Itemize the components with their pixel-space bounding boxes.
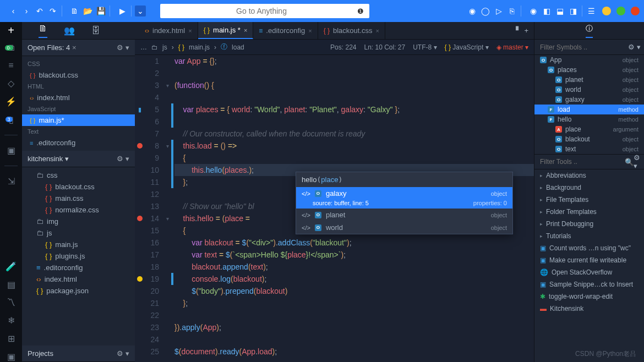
folder-item[interactable]: 🗀css: [22, 169, 135, 181]
rail-testtube-icon[interactable]: 🧪: [6, 261, 17, 272]
goto-anything-input[interactable]: [166, 7, 357, 15]
bookmark-icon[interactable]: ▮: [138, 106, 141, 113]
breadcrumb-segment[interactable]: main.js: [189, 43, 210, 51]
ellipsis-icon[interactable]: …: [140, 43, 147, 51]
open-file-item[interactable]: { }blackout.css: [22, 69, 135, 81]
files-tab-icon[interactable]: 🗎: [39, 24, 47, 38]
encoding-picker[interactable]: UTF-8 ▾: [413, 43, 436, 51]
code-line[interactable]: [174, 116, 534, 128]
tool-category[interactable]: ▸Folder Templates: [534, 206, 644, 218]
window-close-button[interactable]: [631, 7, 640, 15]
new-tab-button[interactable]: +: [0, 22, 22, 39]
gear-icon[interactable]: ⚙ ▾: [628, 43, 641, 51]
open-file-button[interactable]: 📂: [82, 6, 93, 17]
goto-anything-bar[interactable]: ❶: [160, 4, 369, 18]
symbol-item[interactable]: Fhellomethod: [534, 114, 644, 124]
editor-tab[interactable]: { }main.js *×: [198, 22, 254, 39]
tool-category[interactable]: ▸Abbreviations: [534, 169, 644, 182]
code-line[interactable]: // Our constructor, called when the docu…: [174, 128, 534, 140]
file-item[interactable]: { }normalize.css: [22, 204, 135, 216]
code-line[interactable]: [174, 67, 534, 79]
editor-tab[interactable]: { }blackout.css×: [318, 22, 385, 39]
gear-icon[interactable]: ⚙ ▾: [117, 155, 129, 163]
collab-tab-icon[interactable]: 👥: [64, 25, 75, 36]
code-line[interactable]: var blackout = $("<div>").addClass("blac…: [174, 237, 534, 249]
record-macro-button[interactable]: ◉: [467, 6, 478, 17]
close-icon[interactable]: ×: [244, 27, 247, 34]
file-item[interactable]: { }main.js: [22, 239, 135, 250]
menu-button[interactable]: ☰: [586, 6, 597, 17]
rail-vcs-icon[interactable]: ⧉0·: [8, 43, 14, 53]
language-picker[interactable]: { } JavaScript ▾: [445, 43, 489, 51]
symbol-item[interactable]: Oplacesobject: [534, 65, 644, 75]
rail-list-icon[interactable]: ≡: [8, 61, 13, 70]
symbol-item[interactable]: Oblackoutobject: [534, 134, 644, 144]
tool-category[interactable]: ▸File Templates: [534, 194, 644, 206]
folder-item[interactable]: 🗀img: [22, 216, 135, 227]
branch-picker[interactable]: ◈ master ▾: [496, 43, 528, 51]
open-file-item[interactable]: { }main.js*: [22, 114, 135, 126]
rail-share-icon[interactable]: ⇲: [8, 176, 15, 187]
tool-category[interactable]: ▸Tutorials: [534, 230, 644, 242]
code-line[interactable]: [174, 333, 534, 345]
stop-macro-button[interactable]: ◯: [480, 6, 491, 17]
symbol-item[interactable]: Ogalaxyobject: [534, 95, 644, 105]
layout-bottom-button[interactable]: ⬓: [554, 6, 565, 17]
rail-trend-icon[interactable]: 〽: [7, 298, 15, 308]
rail-flash-icon[interactable]: ⚡: [6, 96, 17, 107]
file-item[interactable]: { }plugins.js: [22, 250, 135, 262]
symbol-item[interactable]: OAppobject: [534, 55, 644, 65]
tool-item[interactable]: ▣Make current file writeable: [534, 254, 644, 266]
symbol-item[interactable]: Otextobject: [534, 144, 644, 154]
search-icon[interactable]: 🔍: [625, 158, 634, 166]
rail-markers-icon[interactable]: ◇: [8, 78, 14, 89]
close-icon[interactable]: ×: [72, 43, 77, 52]
tools-filter-input[interactable]: [538, 158, 625, 166]
layout-left-button[interactable]: ◧: [541, 6, 552, 17]
rail-terminal-icon[interactable]: ▣: [7, 352, 15, 362]
symbol-item[interactable]: Floadmethod: [534, 105, 644, 114]
new-file-button[interactable]: 🗎: [69, 6, 80, 17]
tool-item[interactable]: ✱toggle-word-wrap-edit: [534, 290, 644, 303]
symbol-item[interactable]: Oworldobject: [534, 85, 644, 95]
save-macro-button[interactable]: ⎘: [506, 6, 517, 17]
file-item[interactable]: ‹›index.html: [22, 273, 135, 285]
symbols-tab-icon[interactable]: ⓘ: [586, 24, 593, 38]
completion-item[interactable]: </>Oworldobject: [296, 221, 512, 234]
window-maximize-button[interactable]: [616, 7, 625, 15]
symbol-item[interactable]: Aplaceargument: [534, 124, 644, 134]
open-file-item[interactable]: ≡.editorconfig: [22, 137, 135, 149]
file-item[interactable]: ≡.editorconfig: [22, 262, 135, 273]
tool-item[interactable]: ▣Count words …n using "wc": [534, 242, 644, 254]
breadcrumb-segment[interactable]: load: [232, 43, 244, 51]
code-line[interactable]: blackout.append(text);: [174, 261, 534, 273]
file-item[interactable]: { }blackout.css: [22, 181, 135, 193]
open-file-item[interactable]: ‹›index.html: [22, 92, 135, 103]
back-button[interactable]: ‹: [8, 6, 19, 17]
file-item[interactable]: { }package.json: [22, 285, 135, 297]
forward-button[interactable]: ›: [21, 6, 32, 17]
code-line[interactable]: [174, 309, 534, 321]
database-tab-icon[interactable]: 🗄: [91, 26, 100, 36]
rail-notify-icon[interactable]: ▯3: [9, 114, 14, 125]
code-editor[interactable]: ▮ 12345678910111213141516171819202122232…: [135, 55, 534, 362]
breakpoint-icon[interactable]: [137, 143, 143, 149]
focus-mode-button[interactable]: ◉: [528, 6, 539, 17]
undo-button[interactable]: ↶: [34, 6, 45, 17]
close-icon[interactable]: ×: [376, 28, 379, 34]
gear-icon[interactable]: ⚙ ▾: [634, 153, 641, 170]
run-dropdown[interactable]: ⌄: [135, 6, 146, 17]
tool-item[interactable]: ▬Kitchensink: [534, 303, 644, 315]
code-line[interactable]: var text = $(`<span>Hello ${place}!</spa…: [174, 249, 534, 261]
rail-bug-icon[interactable]: ⊞: [8, 333, 15, 344]
editor-tab[interactable]: ≡.editorconfig×: [253, 22, 318, 39]
tool-item[interactable]: ▣Sample Snippe…ck to Insert: [534, 278, 644, 290]
split-view-icon[interactable]: +: [524, 26, 528, 35]
rail-snow-icon[interactable]: ❄: [8, 315, 15, 326]
gear-icon[interactable]: ⚙ ▾: [117, 43, 129, 52]
code-line[interactable]: var App = {};: [174, 55, 534, 67]
code-line[interactable]: $(document).ready(App.load);: [174, 345, 534, 358]
code-line[interactable]: };: [174, 297, 534, 309]
tool-item[interactable]: 🌐Open StackOverflow: [534, 266, 644, 278]
folder-item[interactable]: 🗀js: [22, 227, 135, 239]
